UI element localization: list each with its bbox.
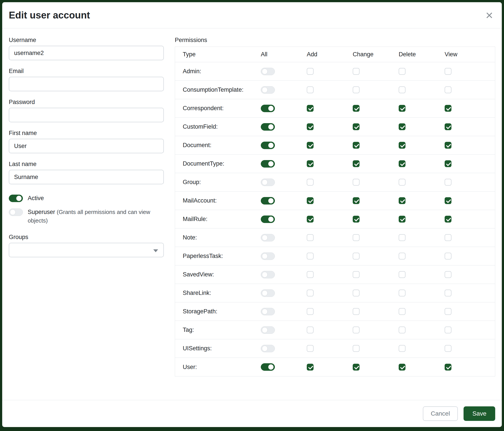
username-input[interactable] (9, 46, 164, 60)
permission-change-checkbox[interactable] (353, 105, 360, 112)
permission-view-checkbox[interactable] (445, 123, 451, 130)
permission-delete-checkbox[interactable] (399, 86, 405, 93)
permission-add-checkbox[interactable] (307, 327, 314, 333)
permission-change-checkbox[interactable] (353, 216, 360, 223)
permission-all-toggle[interactable] (261, 160, 275, 168)
permission-view-checkbox[interactable] (445, 290, 451, 296)
cancel-button[interactable]: Cancel (423, 406, 458, 421)
permission-add-checkbox[interactable] (307, 290, 314, 296)
permission-add-checkbox[interactable] (307, 253, 314, 260)
permission-add-checkbox[interactable] (307, 142, 314, 149)
password-field[interactable] (9, 108, 164, 122)
permission-add-checkbox[interactable] (307, 68, 314, 75)
permission-change-checkbox[interactable] (353, 179, 360, 186)
permission-all-toggle[interactable] (261, 197, 275, 205)
permission-delete-checkbox[interactable] (399, 308, 405, 315)
permission-all-toggle[interactable] (261, 326, 275, 334)
permission-change-checkbox[interactable] (353, 364, 360, 370)
save-button[interactable]: Save (464, 406, 495, 421)
permission-add-checkbox[interactable] (307, 197, 314, 204)
permission-delete-checkbox[interactable] (399, 345, 405, 352)
permission-delete-checkbox[interactable] (399, 216, 405, 223)
permission-add-checkbox[interactable] (307, 234, 314, 241)
groups-select[interactable] (9, 243, 164, 257)
permission-change-checkbox[interactable] (353, 253, 360, 260)
permission-change-checkbox[interactable] (353, 142, 360, 149)
permission-change-checkbox[interactable] (353, 308, 360, 315)
permission-all-toggle[interactable] (261, 123, 275, 131)
permission-delete-checkbox[interactable] (399, 364, 405, 370)
permission-view-checkbox[interactable] (445, 234, 451, 241)
permission-view-checkbox[interactable] (445, 345, 451, 352)
permission-delete-checkbox[interactable] (399, 197, 405, 204)
permission-all-toggle[interactable] (261, 289, 275, 297)
permission-delete-checkbox[interactable] (399, 271, 405, 278)
permission-add-checkbox[interactable] (307, 86, 314, 93)
permission-view-checkbox[interactable] (445, 308, 451, 315)
permission-change-checkbox[interactable] (353, 345, 360, 352)
permission-view-checkbox[interactable] (445, 179, 451, 186)
permission-change-checkbox[interactable] (353, 160, 360, 167)
last-name-field[interactable] (9, 170, 164, 184)
permission-all-toggle[interactable] (261, 179, 275, 186)
permission-delete-checkbox[interactable] (399, 160, 405, 167)
permission-all-toggle[interactable] (261, 252, 275, 260)
permission-all-toggle[interactable] (261, 142, 275, 149)
permission-all-toggle[interactable] (261, 234, 275, 242)
permission-delete-checkbox[interactable] (399, 123, 405, 130)
first-name-field[interactable] (9, 139, 164, 153)
permission-change-checkbox[interactable] (353, 290, 360, 296)
permission-type-label: User: (183, 364, 261, 370)
permission-delete-checkbox[interactable] (399, 290, 405, 296)
permission-all-toggle[interactable] (261, 308, 275, 315)
permission-add-checkbox[interactable] (307, 345, 314, 352)
permission-view-checkbox[interactable] (445, 142, 451, 149)
permission-delete-checkbox[interactable] (399, 105, 405, 112)
active-toggle[interactable] (9, 195, 23, 202)
permission-view-checkbox[interactable] (445, 253, 451, 260)
permission-delete-checkbox[interactable] (399, 253, 405, 260)
permission-add-checkbox[interactable] (307, 123, 314, 130)
permission-all-toggle[interactable] (261, 271, 275, 278)
permission-view-checkbox[interactable] (445, 271, 451, 278)
permission-all-toggle[interactable] (261, 363, 275, 371)
permission-add-checkbox[interactable] (307, 308, 314, 315)
permission-delete-checkbox[interactable] (399, 179, 405, 186)
permission-change-checkbox[interactable] (353, 234, 360, 241)
permission-change-checkbox[interactable] (353, 327, 360, 333)
permission-add-checkbox[interactable] (307, 364, 314, 370)
permission-delete-checkbox[interactable] (399, 234, 405, 241)
permission-add-checkbox[interactable] (307, 160, 314, 167)
permission-delete-checkbox[interactable] (399, 142, 405, 149)
permission-all-toggle[interactable] (261, 345, 275, 352)
toggle-knob (262, 346, 268, 351)
permission-add-checkbox[interactable] (307, 105, 314, 112)
permission-all-toggle[interactable] (261, 86, 275, 94)
permission-all-toggle[interactable] (261, 68, 275, 75)
permission-view-checkbox[interactable] (445, 105, 451, 112)
permission-view-checkbox[interactable] (445, 327, 451, 333)
permission-change-checkbox[interactable] (353, 86, 360, 93)
permission-change-checkbox[interactable] (353, 271, 360, 278)
username-group: Username (9, 37, 164, 60)
column-header-delete: Delete (399, 51, 445, 58)
permission-delete-checkbox[interactable] (399, 68, 405, 75)
permission-add-checkbox[interactable] (307, 216, 314, 223)
permission-add-checkbox[interactable] (307, 179, 314, 186)
permission-view-checkbox[interactable] (445, 86, 451, 93)
permission-add-checkbox[interactable] (307, 271, 314, 278)
permission-view-checkbox[interactable] (445, 160, 451, 167)
permission-all-toggle[interactable] (261, 105, 275, 112)
permission-change-checkbox[interactable] (353, 197, 360, 204)
permission-view-checkbox[interactable] (445, 68, 451, 75)
permission-delete-checkbox[interactable] (399, 327, 405, 333)
permission-view-checkbox[interactable] (445, 364, 451, 370)
email-field[interactable] (9, 77, 164, 91)
permission-all-toggle[interactable] (261, 216, 275, 223)
permission-change-checkbox[interactable] (353, 68, 360, 75)
permission-view-checkbox[interactable] (445, 216, 451, 223)
permission-change-checkbox[interactable] (353, 123, 360, 130)
superuser-toggle[interactable] (9, 208, 23, 216)
permission-view-checkbox[interactable] (445, 197, 451, 204)
close-icon[interactable]: × (484, 9, 494, 22)
